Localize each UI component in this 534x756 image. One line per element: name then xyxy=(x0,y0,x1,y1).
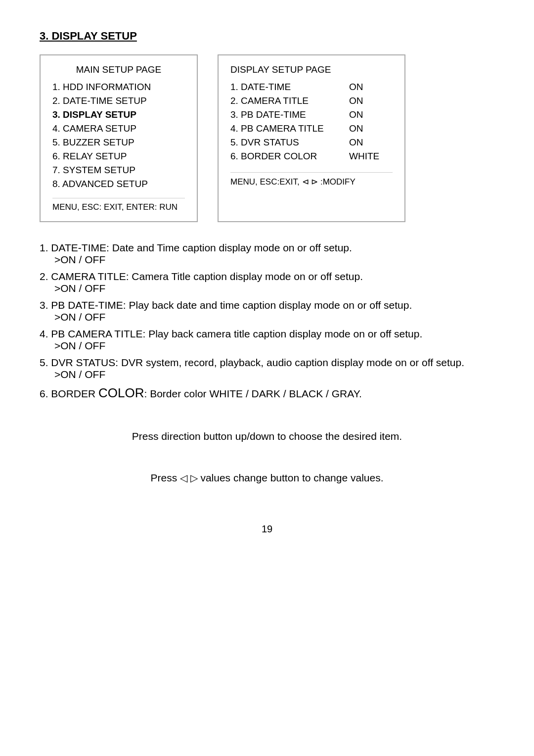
content-item-3-sub: >ON / OFF xyxy=(54,311,494,323)
menu-item-5: 5. BUZZER SETUP xyxy=(52,136,185,149)
right-arrow-icon: ▷ xyxy=(190,472,198,483)
content-item-5-text: 5. DVR STATUS: DVR system, record, playb… xyxy=(40,357,464,368)
content-item-4-text: 4. PB CAMERA TITLE: Play back camera tit… xyxy=(40,328,422,339)
content-item-2-sub: >ON / OFF xyxy=(54,283,494,294)
menu-item-1: 1. HDD INFORMATION xyxy=(52,80,185,94)
display-item-4: 4. PB CAMERA TITLE ON xyxy=(230,122,393,136)
menu-item-8: 8. ADVANCED SETUP xyxy=(52,177,185,191)
content-item-1-text: 1. DATE-TIME: Date and Time caption disp… xyxy=(40,242,352,253)
left-arrow-icon: ◁ xyxy=(180,472,190,483)
content-item-1-sub: >ON / OFF xyxy=(54,254,494,266)
content-section: 1. DATE-TIME: Date and Time caption disp… xyxy=(40,242,494,401)
main-menu-title: MAIN SETUP PAGE xyxy=(52,64,185,75)
display-menu-panel: DISPLAY SETUP PAGE 1. DATE-TIME ON 2. CA… xyxy=(218,54,405,222)
display-item-6-label: 6. BORDER COLOR xyxy=(230,151,349,162)
display-item-3-value: ON xyxy=(349,109,363,120)
content-item-5-sub: >ON / OFF xyxy=(54,369,494,380)
main-menu-panel: MAIN SETUP PAGE 1. HDD INFORMATION 2. DA… xyxy=(40,54,198,222)
page-number: 19 xyxy=(40,523,494,535)
display-item-3: 3. PB DATE-TIME ON xyxy=(230,108,393,122)
menu-item-4: 4. CAMERA SETUP xyxy=(52,122,185,136)
content-item-1: 1. DATE-TIME: Date and Time caption disp… xyxy=(40,242,494,266)
display-item-5: 5. DVR STATUS ON xyxy=(230,136,393,149)
display-item-1-label: 1. DATE-TIME xyxy=(230,82,349,93)
display-item-5-label: 5. DVR STATUS xyxy=(230,137,349,148)
display-item-2-label: 2. CAMERA TITLE xyxy=(230,95,349,106)
content-item-6: 6. BORDER COLOR: Border color WHITE / DA… xyxy=(40,385,494,401)
display-item-5-value: ON xyxy=(349,137,363,148)
press-direction-text: Press direction button up/down to choose… xyxy=(132,430,402,442)
content-item-5: 5. DVR STATUS: DVR system, record, playb… xyxy=(40,357,494,380)
menu-item-6: 6. RELAY SETUP xyxy=(52,149,185,163)
press-values-section: Press ◁ ▷ values change button to change… xyxy=(40,472,494,484)
main-menu-footer: MENU, ESC: EXIT, ENTER: RUN xyxy=(52,198,185,212)
display-item-2-value: ON xyxy=(349,95,363,106)
display-item-6: 6. BORDER COLOR WHITE xyxy=(230,149,393,163)
menu-item-2: 2. DATE-TIME SETUP xyxy=(52,94,185,108)
display-item-6-value: WHITE xyxy=(349,151,379,162)
content-item-3-text: 3. PB DATE-TIME: Play back date and time… xyxy=(40,299,412,311)
press-direction-section: Press direction button up/down to choose… xyxy=(40,430,494,442)
display-item-1: 1. DATE-TIME ON xyxy=(230,80,393,94)
display-item-2: 2. CAMERA TITLE ON xyxy=(230,94,393,108)
display-item-1-value: ON xyxy=(349,82,363,93)
press-values-text: values change button to change values. xyxy=(200,472,383,483)
menu-item-7: 7. SYSTEM SETUP xyxy=(52,163,185,177)
section-title: 3. DISPLAY SETUP xyxy=(40,30,494,43)
content-item-4-sub: >ON / OFF xyxy=(54,340,494,352)
content-item-6-text: 6. BORDER COLOR: Border color WHITE / DA… xyxy=(40,388,362,399)
display-item-4-label: 4. PB CAMERA TITLE xyxy=(230,123,349,134)
color-word: COLOR xyxy=(98,385,144,400)
menu-item-3-active: 3. DISPLAY SETUP xyxy=(52,108,185,122)
display-item-3-label: 3. PB DATE-TIME xyxy=(230,109,349,120)
display-menu-title: DISPLAY SETUP PAGE xyxy=(230,64,393,75)
content-item-2-text: 2. CAMERA TITLE: Camera Title caption di… xyxy=(40,271,363,282)
content-item-4: 4. PB CAMERA TITLE: Play back camera tit… xyxy=(40,328,494,352)
display-menu-footer: MENU, ESC:EXIT, ⊲ ⊳ :MODIFY xyxy=(230,172,393,187)
content-item-3: 3. PB DATE-TIME: Play back date and time… xyxy=(40,299,494,323)
display-item-4-value: ON xyxy=(349,123,363,134)
panels-row: MAIN SETUP PAGE 1. HDD INFORMATION 2. DA… xyxy=(40,54,494,222)
content-item-2: 2. CAMERA TITLE: Camera Title caption di… xyxy=(40,271,494,294)
press-word: Press xyxy=(150,472,177,483)
